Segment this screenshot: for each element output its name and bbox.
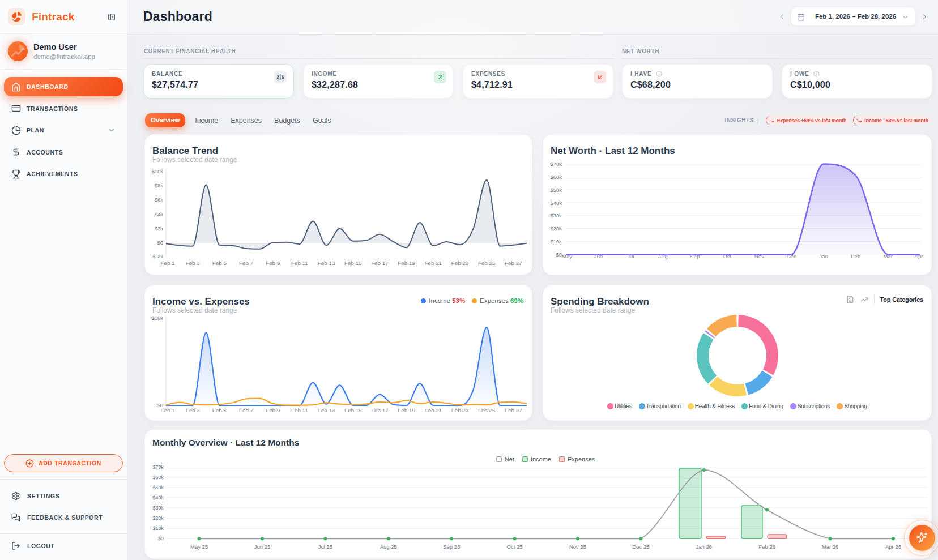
svg-text:Aug: Aug [658,253,667,259]
svg-text:Feb 21: Feb 21 [425,407,442,413]
svg-text:Jan 26: Jan 26 [696,544,713,550]
svg-text:$-2k: $-2k [153,253,164,259]
svg-text:$0: $0 [157,240,163,246]
svg-text:Feb 25: Feb 25 [478,407,496,413]
svg-text:Sep 25: Sep 25 [443,544,460,550]
svg-text:Jan: Jan [819,253,828,259]
svg-text:Feb 23: Feb 23 [451,407,469,413]
svg-text:Feb 9: Feb 9 [266,407,280,413]
svg-text:Feb 11: Feb 11 [291,260,308,266]
svg-text:Apr 26: Apr 26 [885,544,901,550]
svg-text:Feb 25: Feb 25 [478,260,496,266]
svg-text:Feb 17: Feb 17 [371,407,389,413]
svg-text:$20k: $20k [550,225,562,232]
svg-text:$10k: $10k [151,315,163,321]
svg-text:May: May [562,253,573,259]
svg-text:Feb 27: Feb 27 [505,407,522,413]
svg-text:Feb: Feb [851,253,860,259]
svg-text:Apr: Apr [914,253,923,259]
svg-text:Feb 13: Feb 13 [318,407,335,413]
svg-text:$50k: $50k [152,485,164,490]
svg-text:Feb 19: Feb 19 [398,407,415,413]
svg-text:Feb 26: Feb 26 [758,544,775,550]
svg-text:Jul: Jul [627,253,634,259]
svg-text:$60k: $60k [152,474,164,480]
svg-text:Feb 3: Feb 3 [186,260,201,266]
svg-text:$20k: $20k [152,515,164,521]
svg-text:$70k: $70k [550,161,562,167]
svg-text:Feb 5: Feb 5 [212,260,227,266]
svg-text:Oct: Oct [723,253,732,259]
svg-text:Jun: Jun [594,253,603,259]
svg-text:May 25: May 25 [190,544,208,550]
svg-text:Feb 1: Feb 1 [160,407,174,413]
svg-text:$70k: $70k [152,464,164,470]
svg-text:Feb 27: Feb 27 [505,260,522,266]
svg-text:Feb 19: Feb 19 [398,260,415,266]
svg-text:Feb 13: Feb 13 [318,260,335,266]
svg-text:Feb 23: Feb 23 [451,260,469,266]
svg-text:$60k: $60k [550,174,562,180]
svg-text:Feb 15: Feb 15 [344,260,362,266]
svg-text:Sep: Sep [690,253,700,259]
svg-text:$40k: $40k [550,200,562,206]
svg-text:Nov: Nov [754,253,765,259]
svg-text:Nov 25: Nov 25 [569,544,586,550]
svg-text:Feb 11: Feb 11 [291,407,308,413]
svg-text:$4k: $4k [155,211,164,217]
svg-text:$10k: $10k [550,238,562,245]
svg-text:Feb 7: Feb 7 [239,407,253,413]
svg-text:Dec 25: Dec 25 [632,544,649,550]
svg-text:Feb 1: Feb 1 [160,260,174,266]
svg-text:Feb 9: Feb 9 [266,260,280,266]
svg-text:Feb 5: Feb 5 [212,407,227,413]
svg-text:Feb 15: Feb 15 [344,407,362,413]
svg-text:Feb 3: Feb 3 [186,407,201,413]
svg-text:Jul 25: Jul 25 [318,544,332,550]
svg-text:Mar: Mar [883,253,893,259]
svg-text:$6k: $6k [155,196,164,203]
svg-text:$30k: $30k [152,505,164,511]
svg-text:Jun 25: Jun 25 [254,544,271,550]
svg-text:$8k: $8k [155,182,164,189]
svg-text:$0: $0 [158,536,164,541]
svg-text:Feb 21: Feb 21 [425,260,442,266]
svg-text:$50k: $50k [550,187,562,193]
svg-text:Feb 7: Feb 7 [239,260,253,266]
svg-text:Feb 17: Feb 17 [371,260,389,266]
svg-text:$30k: $30k [550,212,562,219]
svg-text:$2k: $2k [155,225,164,232]
svg-text:$10k: $10k [152,525,164,531]
svg-text:$10k: $10k [151,168,163,174]
svg-text:Aug 25: Aug 25 [380,544,397,550]
svg-text:$40k: $40k [152,495,164,501]
svg-text:Mar 26: Mar 26 [822,544,839,550]
svg-text:$0: $0 [556,251,562,258]
svg-text:Oct 25: Oct 25 [507,544,523,550]
svg-text:Dec: Dec [786,253,796,259]
